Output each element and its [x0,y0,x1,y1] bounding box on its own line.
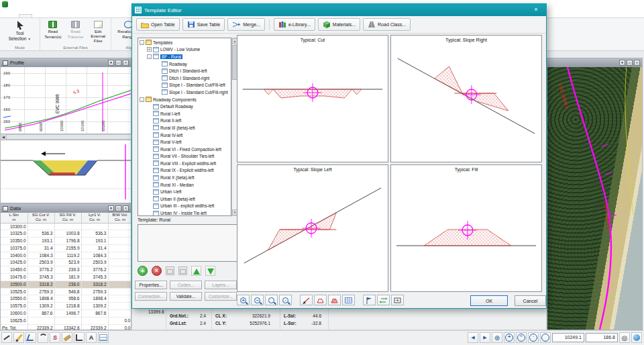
zoom-out-icon[interactable] [516,332,527,343]
cancel-button[interactable]: Cancel [515,295,546,306]
materials-button[interactable]: Materials... [318,18,360,31]
tree-item-slope-right[interactable]: Slope I - Standard Cut/Fill-right [138,89,231,96]
tree-item-lowv[interactable]: + LOWV - Low Volume [138,46,231,54]
coord-y-field[interactable]: 186.8 [586,333,618,342]
table-row[interactable]: 10300.0 [1,223,131,230]
cross-section-pane[interactable] [0,140,131,203]
tree-item-urban-3[interactable]: Urban III - explicit widths-left [138,203,231,210]
flag-button[interactable] [363,295,376,305]
e-library-button[interactable]: e-Library... [274,18,315,31]
table-row[interactable]: 10550.01898.4958.61898.4 [1,295,131,303]
maximize-button[interactable]: □ [115,205,121,211]
draw-segment-button[interactable] [300,295,313,305]
expander-icon[interactable] [147,126,152,130]
add-component-button[interactable]: + [138,266,148,276]
expander-icon[interactable] [147,211,152,215]
expander-icon[interactable] [147,147,152,152]
close-panel-button[interactable]: × [634,60,640,66]
table-row[interactable]: 10575.01309.21218.81309.2 [1,303,131,310]
preview-slope-left[interactable]: Typical: Slope Left [237,164,388,292]
expander-icon[interactable] [147,104,152,109]
col-header-bw[interactable]: B/W Vol.Cu. m [108,213,131,223]
scroll-left-icon[interactable]: ◀ [1,134,7,140]
ok-button[interactable]: OK [470,295,508,306]
curve-tool-icon[interactable] [38,332,48,343]
expander-icon[interactable] [147,161,152,166]
copy-component-button[interactable] [166,266,174,275]
preview-fill[interactable]: Typical: Fill [390,164,542,292]
paste-component-button[interactable] [178,266,187,275]
close-panel-button[interactable]: × [123,205,129,211]
tab-corridor[interactable] [34,15,46,17]
tree-item-rural-2[interactable]: Rural II-left [138,117,231,125]
expander-icon[interactable] [147,168,152,172]
properties-button[interactable]: Properties... [135,281,167,289]
expander-icon[interactable]: + [147,47,152,52]
table-row[interactable]: 10375.031.42155.931.4 [1,244,131,252]
expander-icon[interactable] [147,133,152,138]
table-row[interactable]: 10325.0536.31003.8536.3 [1,230,131,238]
zoom-window-icon[interactable] [528,332,539,343]
expander-icon[interactable] [156,83,160,87]
maximize-button[interactable]: □ [627,60,633,66]
close-panel-button[interactable]: × [123,60,129,66]
table-row[interactable]: 10625.00.0 [1,317,131,324]
tree-item-rural-6[interactable]: Rural VI - Fixed Compaction-left [138,146,231,153]
spline-tool-icon[interactable] [50,332,60,343]
open-table-button[interactable]: Open Table [136,18,180,31]
tree-item-rural-1[interactable]: Rural I-left [138,110,231,117]
tree-item-rural-9[interactable]: Rural IX - Explicit widths-left [138,167,231,175]
read-traverse-button[interactable]: Read Traverse [65,19,87,44]
expander-icon[interactable] [147,189,152,194]
tree-item-rural-4[interactable]: Rural IV-left [138,132,231,139]
zoom-in-button[interactable]: + [237,295,250,305]
tab-gps[interactable] [60,15,72,17]
zoom-window-button[interactable]: ▫ [279,295,292,305]
expander-icon[interactable] [156,76,160,81]
tree-item-urban-1[interactable]: Urban I-left [138,188,231,195]
move-up-button[interactable] [191,266,201,276]
draw-hatch-button[interactable] [328,295,341,305]
tree-item-slope-left[interactable]: Slope I - Standard Cut/Fill-left [138,82,231,89]
expander-icon[interactable]: - [140,97,144,102]
prev-view-icon[interactable] [468,332,478,343]
table-row[interactable]: 10475.03745.3181.93745.3 [1,274,131,281]
tree-item-roadway-components[interactable]: - Roadway Components [138,96,231,103]
locate-icon[interactable] [619,332,630,343]
expander-icon[interactable] [147,154,152,158]
zoom-in-icon[interactable] [504,332,515,343]
swap-sides-button[interactable] [377,295,390,305]
grid-view-button[interactable] [342,295,355,305]
tool-selection-button[interactable]: Tool Selection ▼ [2,19,38,42]
customize-button[interactable]: Customize... [205,292,237,301]
expander-icon[interactable] [147,118,152,123]
draw-template-button[interactable] [314,295,327,305]
profile-chart[interactable]: 190 180 170 160 150 9800 9900 10000 1010… [1,67,131,134]
tree-item-rural-11[interactable]: Rural XI - Median [138,181,231,189]
line-tool-icon[interactable] [1,332,12,343]
preview-cut[interactable]: Typical: Cut [237,35,388,162]
tab-view[interactable] [47,15,59,17]
zoom-out-button[interactable]: − [251,295,264,305]
angle-tool-icon[interactable] [74,332,85,343]
next-view-icon[interactable] [480,332,490,343]
expander-icon[interactable] [156,90,160,95]
table-row[interactable]: 10350.0193.11796.8193.1 [1,238,131,245]
maximize-button[interactable]: □ [115,60,121,66]
expander-icon[interactable] [147,140,152,144]
tab-setup[interactable] [74,15,86,17]
close-icon[interactable]: × [529,5,543,15]
template-description[interactable] [138,224,238,262]
validate-button[interactable]: Validate... [170,292,202,301]
table-row[interactable]: 10600.0867.61496.7867.6 [1,310,131,317]
tree-item-roadway[interactable]: Roadway [138,60,231,68]
table-row[interactable]: 10425.02503.9523.92503.9 [1,259,131,266]
tree-item-templates-root[interactable]: - Templates [138,39,231,46]
expander-icon[interactable]: - [140,40,144,45]
expander-icon[interactable] [147,111,152,116]
coord-x-field[interactable]: 10249.1 [552,333,584,342]
tree-item-rural-5[interactable]: Rural V-left [138,138,231,146]
tree-item-bf-rural[interactable]: - BF - Rural [138,53,231,60]
table-row[interactable]: 10500.03318.2236.03318.2 [1,281,131,288]
fit-view-button[interactable] [391,295,404,305]
